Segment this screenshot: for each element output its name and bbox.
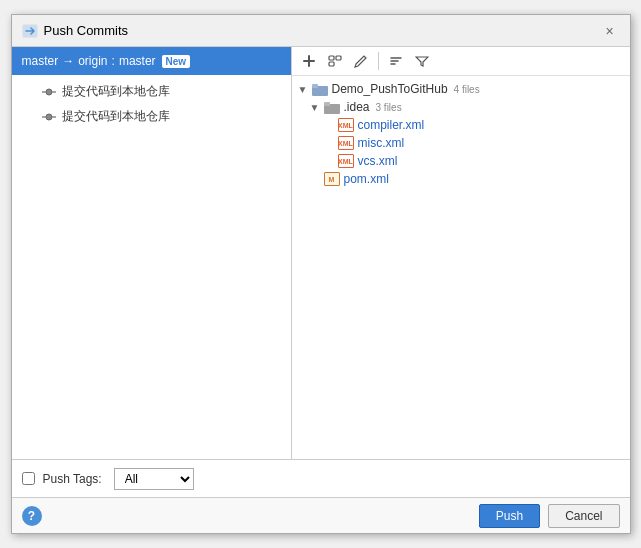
branch-new-badge: New [162, 55, 191, 68]
toolbar-edit-btn[interactable] [350, 50, 372, 72]
branch-header: master → origin : master New [12, 47, 291, 75]
misc-xml-node[interactable]: ▶ XML misc.xml [292, 134, 630, 152]
root-folder-icon [312, 83, 328, 96]
cancel-button[interactable]: Cancel [548, 504, 619, 528]
left-panel: master → origin : master New 提交代码到本地仓库 [12, 47, 292, 459]
compiler-xml-icon: XML [338, 118, 354, 132]
footer-buttons: Push Cancel [479, 504, 620, 528]
idea-file-badge: 3 files [376, 102, 402, 113]
title-bar: Push Commits × [12, 15, 630, 47]
content-area: master → origin : master New 提交代码到本地仓库 [12, 47, 630, 459]
branch-from: master [22, 54, 59, 68]
push-commits-icon [22, 23, 38, 39]
branch-to: master [119, 54, 156, 68]
svg-point-1 [46, 89, 52, 95]
commit-message-2: 提交代码到本地仓库 [62, 108, 170, 125]
idea-folder-name: .idea [344, 100, 370, 114]
pom-xml-icon: M [324, 172, 340, 186]
filter-icon [415, 54, 429, 68]
commit-icon [42, 110, 56, 124]
svg-rect-11 [312, 84, 318, 88]
tree-root-node[interactable]: ▼ Demo_PushToGitHub 4 files [292, 80, 630, 98]
close-button[interactable]: × [600, 21, 620, 41]
commit-item[interactable]: 提交代码到本地仓库 [12, 104, 291, 129]
plus-icon [302, 54, 316, 68]
edit-icon [354, 54, 368, 68]
idea-chevron: ▼ [310, 102, 320, 113]
commits-list: 提交代码到本地仓库 提交代码到本地仓库 [12, 75, 291, 459]
right-panel: ▼ Demo_PushToGitHub 4 files ▼ .idea [292, 47, 630, 459]
vcs-xml-icon: XML [338, 154, 354, 168]
svg-rect-9 [329, 62, 334, 66]
compiler-xml-name: compiler.xml [358, 118, 425, 132]
dialog-title: Push Commits [44, 23, 129, 38]
toolbar-separator [378, 52, 379, 70]
branch-remote: origin [78, 54, 107, 68]
root-chevron: ▼ [298, 84, 308, 95]
svg-rect-13 [324, 102, 330, 106]
idea-folder-icon [324, 101, 340, 114]
svg-rect-7 [329, 56, 334, 60]
sort-icon [389, 54, 403, 68]
pom-xml-node[interactable]: ▶ M pom.xml [292, 170, 630, 188]
root-file-badge: 4 files [454, 84, 480, 95]
misc-xml-icon: XML [338, 136, 354, 150]
toolbar-sort-btn[interactable] [385, 50, 407, 72]
right-toolbar [292, 47, 630, 76]
idea-folder-node[interactable]: ▼ .idea 3 files [292, 98, 630, 116]
bottom-bar: Push Tags: All [12, 459, 630, 497]
toolbar-group-btn[interactable] [324, 50, 346, 72]
title-bar-left: Push Commits [22, 23, 129, 39]
branch-arrow: → [62, 54, 74, 68]
compiler-xml-node[interactable]: ▶ XML compiler.xml [292, 116, 630, 134]
push-button[interactable]: Push [479, 504, 540, 528]
help-button[interactable]: ? [22, 506, 42, 526]
misc-xml-name: misc.xml [358, 136, 405, 150]
push-tags-checkbox[interactable] [22, 472, 35, 485]
commit-item[interactable]: 提交代码到本地仓库 [12, 79, 291, 104]
toolbar-filter-btn[interactable] [411, 50, 433, 72]
push-tags-label: Push Tags: [43, 472, 102, 486]
vcs-xml-node[interactable]: ▶ XML vcs.xml [292, 152, 630, 170]
svg-point-4 [46, 114, 52, 120]
vcs-xml-name: vcs.xml [358, 154, 398, 168]
toolbar-add-btn[interactable] [298, 50, 320, 72]
file-tree: ▼ Demo_PushToGitHub 4 files ▼ .idea [292, 76, 630, 459]
push-commits-dialog: Push Commits × master → origin : master … [11, 14, 631, 534]
commit-icon [42, 85, 56, 99]
branch-separator: : [112, 54, 115, 68]
footer-bar: ? Push Cancel [12, 497, 630, 533]
pom-xml-name: pom.xml [344, 172, 389, 186]
root-folder-name: Demo_PushToGitHub [332, 82, 448, 96]
push-tags-dropdown[interactable]: All [114, 468, 194, 490]
svg-rect-8 [336, 56, 341, 60]
commit-message-1: 提交代码到本地仓库 [62, 83, 170, 100]
group-icon [328, 54, 342, 68]
